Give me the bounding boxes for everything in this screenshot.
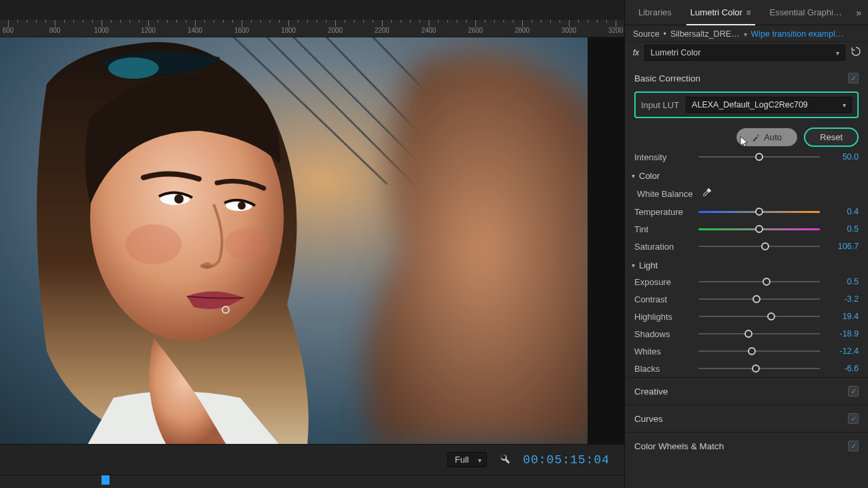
svg-point-9 (174, 194, 184, 204)
chevron-down-icon: ▾ (836, 49, 839, 57)
effect-row: fx Lumetri Color ▾ (625, 42, 868, 66)
effect-select[interactable]: Lumetri Color ▾ (644, 45, 845, 61)
program-monitor[interactable] (0, 37, 624, 444)
light-title: Light (639, 260, 658, 270)
tint-slider[interactable] (698, 224, 820, 234)
svg-point-12 (202, 262, 212, 269)
tab-essential-graphics[interactable]: Essential Graphi… (761, 0, 851, 25)
contrast-label: Contrast (634, 294, 692, 304)
reset-button[interactable]: Reset (804, 128, 859, 147)
source-row: Source • Silbersaltz_DRE… ▾ Wipe transit… (625, 25, 868, 42)
tab-libraries[interactable]: Libraries (629, 0, 681, 25)
intensity-slider[interactable] (698, 152, 820, 162)
contrast-value[interactable]: -3.2 (827, 294, 859, 304)
source-prefix: Source (633, 29, 660, 39)
section-curves[interactable]: Curves ✓ (625, 405, 868, 432)
section-color-wheels[interactable]: Color Wheels & Match ✓ (625, 432, 868, 459)
wheels-toggle[interactable]: ✓ (848, 441, 859, 451)
section-basic-correction[interactable]: Basic Correction ✓ (625, 66, 868, 89)
tab-lumetri-label: Lumetri Color (690, 7, 742, 17)
chevron-down-icon: ▾ (632, 262, 635, 269)
section-creative[interactable]: Creative ✓ (625, 377, 868, 405)
panel-tabs: Libraries Lumetri Color ≡ Essential Grap… (625, 0, 868, 25)
highlights-row: Highlights 19.4 (625, 308, 868, 325)
basic-correction-title: Basic Correction (634, 73, 700, 83)
svg-point-15 (224, 228, 270, 260)
light-subsection[interactable]: ▾ Light (625, 255, 868, 273)
tint-row: Tint 0.5 (625, 220, 868, 238)
chevron-down-icon[interactable]: ▾ (744, 31, 747, 38)
wand-icon (752, 134, 760, 142)
blacks-slider[interactable] (698, 363, 820, 374)
auto-button[interactable]: Auto (736, 128, 797, 146)
auto-button-label: Auto (764, 132, 782, 142)
playhead-marker[interactable] (101, 475, 110, 485)
exposure-label: Exposure (634, 277, 692, 287)
input-lut-select[interactable]: ALEXA_Default_LogC2Rec709 ▾ (686, 97, 852, 113)
intensity-row: Intensity 50.0 (625, 148, 868, 166)
bullet: • (664, 29, 666, 39)
basic-correction-toggle[interactable]: ✓ (848, 73, 859, 83)
saturation-slider[interactable] (698, 241, 820, 252)
tint-value[interactable]: 0.5 (827, 224, 859, 234)
expand-panel-icon[interactable]: » (856, 7, 861, 18)
shadows-value[interactable]: -18.9 (827, 329, 859, 338)
panel-menu-icon[interactable]: ≡ (746, 8, 751, 17)
creative-toggle[interactable]: ✓ (848, 386, 859, 397)
color-subsection[interactable]: ▾ Color (625, 166, 868, 184)
wrench-icon[interactable] (499, 453, 511, 467)
saturation-value[interactable]: 106.7 (827, 242, 859, 251)
svg-point-11 (238, 202, 246, 210)
exposure-row: Exposure 0.5 (625, 273, 868, 290)
shadows-slider[interactable] (698, 328, 820, 339)
intensity-value[interactable]: 50.0 (827, 152, 859, 162)
blacks-value[interactable]: -6.6 (827, 364, 859, 373)
blacks-label: Blacks (634, 364, 692, 374)
contrast-row: Contrast -3.2 (625, 290, 868, 308)
svg-point-14 (126, 224, 182, 264)
wheels-title: Color Wheels & Match (634, 441, 724, 451)
tab-lumetri-color[interactable]: Lumetri Color ≡ (681, 0, 761, 25)
curves-toggle[interactable]: ✓ (848, 413, 859, 424)
sequence-link[interactable]: Wipe transition exampl… (751, 29, 844, 39)
shadows-label: Shadows (634, 329, 692, 339)
resolution-select[interactable]: Full (447, 452, 487, 467)
temperature-value[interactable]: 0.4 (827, 207, 859, 216)
temperature-slider[interactable] (698, 206, 820, 217)
source-clip-name[interactable]: Silbersaltz_DRE… (670, 29, 740, 39)
saturation-label: Saturation (634, 242, 692, 252)
tint-label: Tint (634, 224, 692, 234)
effect-name: Lumetri Color (650, 48, 700, 57)
highlights-label: Highlights (634, 312, 692, 322)
whites-value[interactable]: -12.4 (827, 346, 859, 356)
exposure-value[interactable]: 0.5 (827, 277, 859, 286)
whites-slider[interactable] (698, 346, 820, 356)
mini-timeline[interactable] (0, 475, 624, 488)
eyedropper-icon[interactable] (701, 188, 712, 200)
exposure-slider[interactable] (698, 276, 820, 287)
chevron-down-icon: ▾ (843, 101, 846, 109)
top-toolbar (0, 0, 624, 20)
playback-bar: Full ▾ 00:05:15:04 (0, 444, 624, 475)
white-balance-label: White Balance (637, 189, 693, 199)
input-lut-label: Input LUT (641, 100, 679, 110)
saturation-row: Saturation 106.7 (625, 238, 868, 255)
contrast-slider[interactable] (698, 294, 820, 304)
highlights-value[interactable]: 19.4 (827, 312, 859, 321)
resolution-label: Full (455, 455, 469, 465)
fx-badge[interactable]: fx (633, 48, 639, 57)
timecode-display[interactable]: 00:05:15:04 (523, 453, 610, 467)
white-balance-row: White Balance (625, 184, 868, 203)
creative-title: Creative (634, 387, 668, 397)
auto-reset-row: Auto Reset (625, 125, 868, 148)
input-lut-value: ALEXA_Default_LogC2Rec709 (692, 100, 808, 109)
chevron-down-icon: ▾ (632, 172, 635, 180)
lumetri-panel: Libraries Lumetri Color ≡ Essential Grap… (624, 0, 868, 488)
temperature-label: Temperature (634, 207, 692, 217)
svg-point-7 (108, 57, 159, 79)
reset-effect-icon[interactable] (851, 46, 861, 59)
whites-row: Whites -12.4 (625, 342, 868, 360)
highlights-slider[interactable] (698, 311, 820, 322)
timeline-ruler[interactable]: 6008001000120014001600180020002200240026… (0, 20, 624, 37)
preview-image (0, 37, 588, 444)
